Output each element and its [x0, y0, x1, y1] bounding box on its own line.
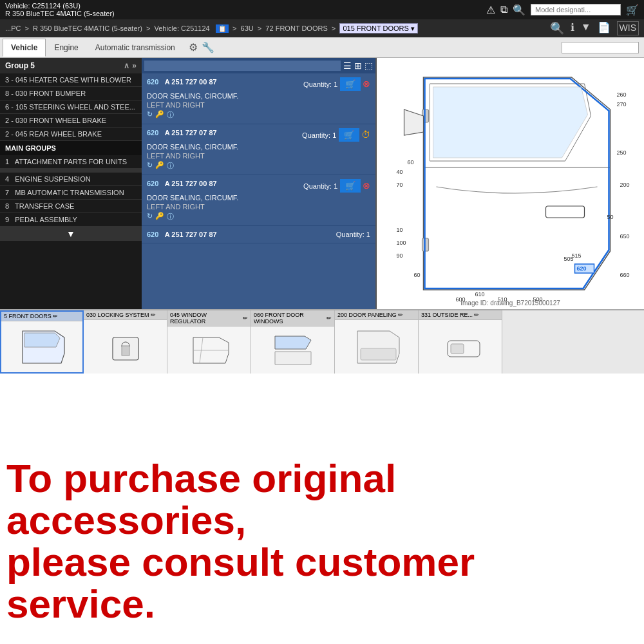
sidebar-expand-icons: ∧ »: [124, 61, 137, 70]
svg-rect-32: [361, 348, 396, 360]
thumbnail-3-edit-icon[interactable]: ✏: [243, 315, 248, 321]
thumbnail-6-label: 331 OUTSIDE RE... ✏: [419, 310, 502, 320]
warning-icon[interactable]: ⚠: [486, 4, 495, 16]
part-2-refresh-icon[interactable]: ↻: [147, 161, 153, 171]
nav-path: ...PC > R 350 BlueTEC 4MATIC (5-seater) …: [5, 24, 418, 33]
part-1-qty: Quantity: 1: [303, 80, 337, 88]
sidebar-item-4[interactable]: 2 - 030 FRONT WHEEL BRAKE: [0, 114, 142, 128]
sidebar-section-main-groups: Main groups: [0, 141, 142, 155]
part-1-ref: A 251 727 00 87: [165, 78, 217, 86]
expand-view-icon[interactable]: ⬚: [365, 61, 373, 71]
part-2-cart-btn[interactable]: 🛒: [339, 128, 359, 142]
thumbnails-bar: 5 FRONT DOORS ✏ 030 LOCKING SYSTEM ✏ 045…: [0, 309, 644, 374]
tab-search-input[interactable]: [562, 42, 639, 53]
search-icon-top[interactable]: 🔍: [513, 4, 526, 16]
vehicle-id: Vehicle: C251124 (63U): [5, 2, 115, 10]
part-1-number: 620: [147, 78, 158, 86]
part-1-sub: LEFT AND RIGHT: [147, 101, 370, 109]
thumbnail-2-edit-icon[interactable]: ✏: [151, 312, 156, 318]
part-3-info-icon[interactable]: ⓘ: [167, 212, 174, 222]
zoom-icon[interactable]: 🔍: [550, 21, 564, 35]
svg-text:260: 260: [617, 91, 627, 98]
thumbnail-5[interactable]: 200 DOOR PANELING ✏: [335, 310, 419, 374]
parts-list: ☰ ⊞ ⬚ 620 A 251 727 00 87 Quantity: 1 🛒 …: [142, 58, 377, 309]
svg-text:610: 610: [475, 291, 485, 298]
left-sidebar: Group 5 ∧ » 3 - 045 HEATER CASE WITH BLO…: [0, 58, 142, 309]
part-2-key-icon[interactable]: 🔑: [155, 161, 164, 171]
tab-icon-2[interactable]: 🔧: [202, 41, 214, 53]
thumbnail-3[interactable]: 045 WINDOW REGULATOR ✏: [167, 310, 251, 374]
model-search-input[interactable]: [531, 4, 621, 15]
tab-search-area: [562, 42, 639, 53]
part-2-left: 620 A 251 727 07 87: [147, 128, 217, 137]
copy-icon[interactable]: ⧉: [500, 4, 507, 15]
diagram-image-id: Image ID: drawing_B72015000127: [460, 299, 560, 307]
part-1-header: 620 A 251 727 00 87 Quantity: 1 🛒 ⊗: [147, 77, 370, 91]
tab-vehicle[interactable]: Vehicle: [3, 39, 46, 57]
download-icon[interactable]: 📄: [598, 21, 611, 35]
sidebar-main-2[interactable]: 4 ENGINE SUSPENSION: [0, 173, 142, 186]
part-2-header: 620 A 251 727 07 87 Quantity: 1 🛒 ⏱: [147, 128, 370, 142]
toolbar-icons: 🔍 ℹ ▼ 📄 WIS: [550, 21, 639, 35]
info-icon[interactable]: ℹ: [571, 21, 574, 35]
thumbnail-6-img: [419, 320, 502, 374]
svg-text:50: 50: [607, 214, 614, 220]
part-2-number: 620: [147, 129, 158, 137]
sidebar-main-4[interactable]: 8 TRANSFER CASE: [0, 200, 142, 213]
part-3-right: Quantity: 1 🛒 ⊗: [303, 179, 370, 193]
sidebar-main-5[interactable]: 9 PEDAL ASSEMBLY: [0, 213, 142, 227]
thumbnail-4-edit-icon[interactable]: ✏: [327, 315, 332, 321]
part-3-tools: ↻ 🔑 ⓘ: [147, 212, 370, 222]
part-3-key-icon[interactable]: 🔑: [155, 212, 164, 222]
tab-engine[interactable]: Engine: [46, 39, 86, 57]
tab-automatic-transmission[interactable]: Automatic transmission: [87, 39, 184, 57]
svg-rect-34: [451, 344, 464, 354]
tab-icon-1[interactable]: ⚙: [189, 41, 198, 53]
part-2-info-icon[interactable]: ⓘ: [167, 161, 174, 171]
part-1-info-icon[interactable]: ⓘ: [167, 110, 174, 120]
tab-bar: Vehicle Engine Automatic transmission ⚙ …: [0, 37, 644, 58]
sidebar-group-title: Group 5: [5, 61, 35, 70]
expand-icon[interactable]: »: [132, 61, 137, 70]
grid-view-icon[interactable]: ⊞: [354, 61, 362, 71]
thumbnail-2[interactable]: 030 LOCKING SYSTEM ✏: [84, 310, 167, 374]
part-1-name: DOOR SEALING, CIRCUMF.: [147, 92, 370, 100]
svg-text:60: 60: [408, 159, 414, 166]
svg-text:10: 10: [397, 227, 403, 233]
sidebar-item-3[interactable]: 6 - 105 STEERING WHEEL AND STEE...: [0, 100, 142, 114]
sidebar-item-5[interactable]: 2 - 045 REAR WHEEL BRAKE: [0, 128, 142, 141]
part-1-cart-btn[interactable]: 🛒: [340, 77, 361, 91]
sidebar-scroll-down[interactable]: ▼: [0, 227, 142, 241]
svg-text:660: 660: [620, 272, 630, 278]
sidebar-main-1[interactable]: 1 ATTACHMENT PARTS FOR UNITS: [0, 155, 142, 169]
part-4-right: Quantity: 1: [336, 230, 370, 239]
thumbnail-4-img: [251, 327, 334, 374]
part-2-tools: ↻ 🔑 ⓘ: [147, 161, 370, 171]
part-4-qty: Quantity: 1: [336, 231, 370, 238]
thumbnail-6-edit-icon[interactable]: ✏: [474, 312, 479, 318]
thumbnail-6[interactable]: 331 OUTSIDE RE... ✏: [419, 310, 502, 374]
filter-icon[interactable]: ▼: [581, 21, 591, 35]
thumbnail-4-label: 060 FRONT DOOR WINDOWS ✏: [251, 310, 334, 327]
svg-text:40: 40: [397, 169, 403, 175]
part-1-key-icon[interactable]: 🔑: [155, 110, 164, 120]
sidebar-main-3[interactable]: 7 MB AUTOMATIC TRANSMISSION: [0, 186, 142, 200]
svg-text:620: 620: [577, 265, 587, 272]
wis-icon[interactable]: WIS: [617, 21, 639, 35]
cart-icon-top[interactable]: 🛒: [626, 4, 639, 16]
parts-search-input[interactable]: [144, 61, 341, 71]
part-1-status: ⊗: [363, 79, 370, 89]
parts-view-icons: ☰ ⊞ ⬚: [343, 61, 373, 71]
list-view-icon[interactable]: ☰: [343, 61, 352, 71]
thumbnail-1-edit-icon[interactable]: ✏: [53, 313, 58, 319]
part-1-tools: ↻ 🔑 ⓘ: [147, 110, 370, 120]
thumbnail-4[interactable]: 060 FRONT DOOR WINDOWS ✏: [251, 310, 335, 374]
sidebar-item-2[interactable]: 8 - 030 FRONT BUMPER: [0, 87, 142, 100]
part-3-cart-btn[interactable]: 🛒: [340, 179, 361, 193]
thumbnail-1[interactable]: 5 FRONT DOORS ✏: [0, 310, 84, 374]
collapse-icon[interactable]: ∧: [124, 61, 129, 70]
part-3-refresh-icon[interactable]: ↻: [147, 212, 153, 222]
part-1-refresh-icon[interactable]: ↻: [147, 110, 153, 120]
thumbnail-5-edit-icon[interactable]: ✏: [398, 312, 403, 318]
sidebar-item-1[interactable]: 3 - 045 HEATER CASE WITH BLOWER: [0, 73, 142, 87]
